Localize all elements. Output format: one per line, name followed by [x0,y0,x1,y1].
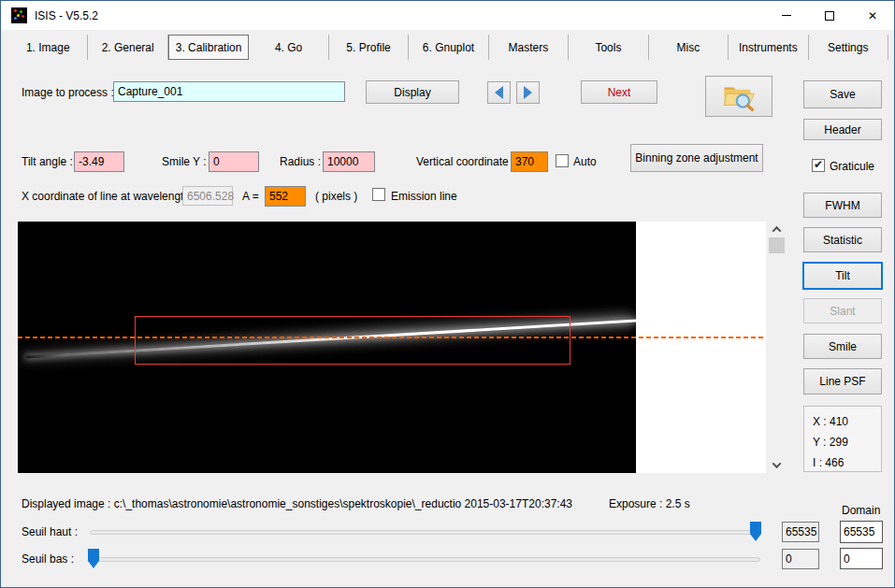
tab-profile[interactable]: 5. Profile [329,35,409,60]
chevron-up-icon [772,226,782,236]
line-psf-button[interactable]: Line PSF [803,368,882,394]
vertical-coordinate-marker-line [18,337,766,338]
tab-go[interactable]: 4. Go [249,35,328,60]
smile-button[interactable]: Smile [803,334,882,359]
radius-label: Radius : [280,155,321,168]
maximize-button[interactable] [808,1,851,30]
vertical-coordinate-label: Vertical coordinate : [416,155,514,168]
app-icon [11,7,27,23]
displayed-image-path: Displayed image : c:\_thomas\astronomie\… [22,497,572,510]
domain-high-input[interactable]: 65535 [840,521,883,543]
maximize-icon [825,11,834,21]
wavelength-input[interactable]: 6506.528 [182,186,233,206]
tilt-angle-label: Tilt angle : [22,155,73,168]
minimize-button[interactable] [765,1,808,30]
image-canvas[interactable] [18,222,766,473]
chevron-down-icon [772,459,782,468]
tab-settings[interactable]: Settings [809,35,888,60]
emission-line-checkbox[interactable] [372,188,385,201]
cursor-i-value: I : 466 [813,456,844,469]
right-arrow-icon [524,86,532,99]
smile-y-label: Smile Y : [162,155,207,168]
tab-misc[interactable]: Misc [649,35,729,60]
low-threshold-slider-thumb[interactable] [88,549,99,568]
seuil-bas-label: Seuil bas : [22,552,74,566]
cursor-x-value: X : 410 [813,415,848,428]
graticule-checkbox[interactable] [812,159,825,172]
low-threshold-slider-track[interactable] [90,557,760,562]
smile-y-input[interactable]: 0 [209,151,259,172]
browse-files-button[interactable] [705,76,772,117]
display-button[interactable]: Display [366,80,459,104]
app-window: ISIS - V5.5.2 1. Image 2. General 3. Cal… [0,0,895,588]
next-image-button[interactable] [516,81,540,104]
domain-label: Domain [842,504,880,517]
scrollbar-thumb[interactable] [769,237,785,253]
domain-low-input[interactable]: 0 [840,548,883,569]
pixels-label: ( pixels ) [315,190,357,203]
titlebar: ISIS - V5.5.2 [1,1,894,30]
image-to-process-input[interactable]: Capture_001 [113,81,345,102]
tilt-angle-input[interactable]: -3.49 [74,151,124,172]
high-threshold-value: 65535 [782,522,819,542]
binning-zone-rectangle [135,316,570,365]
angstrom-equals-label: A = [242,190,259,203]
previous-image-button[interactable] [487,81,511,104]
save-button[interactable]: Save [803,80,882,108]
close-button[interactable] [851,1,894,30]
high-threshold-slider-thumb[interactable] [750,522,761,541]
cursor-y-value: Y : 299 [813,436,848,449]
auto-label: Auto [573,155,597,168]
fwhm-button[interactable]: FWHM [803,193,882,218]
tab-tools[interactable]: Tools [569,35,648,60]
exposure-label: Exposure : 2.5 s [609,497,690,510]
statistic-button[interactable]: Statistic [803,227,882,252]
scroll-down-button[interactable] [769,457,785,473]
minimize-icon [782,15,791,16]
tab-image[interactable]: 1. Image [8,35,88,60]
tab-bar: 1. Image 2. General 3. Calibration 4. Go… [8,35,888,60]
window-title: ISIS - V5.5.2 [35,9,98,22]
line-x-input[interactable]: 552 [265,186,306,207]
x-coordinate-wavelength-label: X coordinate of line at wavelength [22,190,190,203]
high-threshold-slider-track[interactable] [90,530,760,535]
tab-masters[interactable]: Masters [489,35,569,60]
spectrum-image [18,222,636,473]
tab-general[interactable]: 2. General [88,35,167,60]
seuil-haut-label: Seuil haut : [22,525,78,538]
close-icon [868,9,877,22]
scroll-up-button[interactable] [769,222,785,237]
auto-checkbox[interactable] [556,154,569,167]
emission-line-label: Emission line [391,190,457,203]
image-vertical-scrollbar[interactable] [769,222,785,473]
folder-search-icon [721,81,757,111]
slant-button[interactable]: Slant [803,298,882,323]
cursor-readout-box: X : 410 Y : 299 I : 466 [803,406,882,472]
tab-instruments[interactable]: Instruments [729,35,808,60]
binning-zone-adjustment-button[interactable]: Binning zone adjustment [630,144,763,172]
left-arrow-icon [495,86,503,99]
tilt-button[interactable]: Tilt [802,262,883,290]
next-button[interactable]: Next [581,80,657,104]
tab-calibration[interactable]: 3. Calibration [168,35,249,60]
tab-gnuplot[interactable]: 6. Gnuplot [409,35,488,60]
image-to-process-label: Image to process : [22,86,114,99]
header-button[interactable]: Header [803,119,882,140]
low-threshold-value: 0 [782,549,819,569]
vertical-coordinate-input[interactable]: 370 [511,151,548,172]
graticule-label: Graticule [830,160,874,173]
radius-input[interactable]: 10000 [323,151,375,172]
